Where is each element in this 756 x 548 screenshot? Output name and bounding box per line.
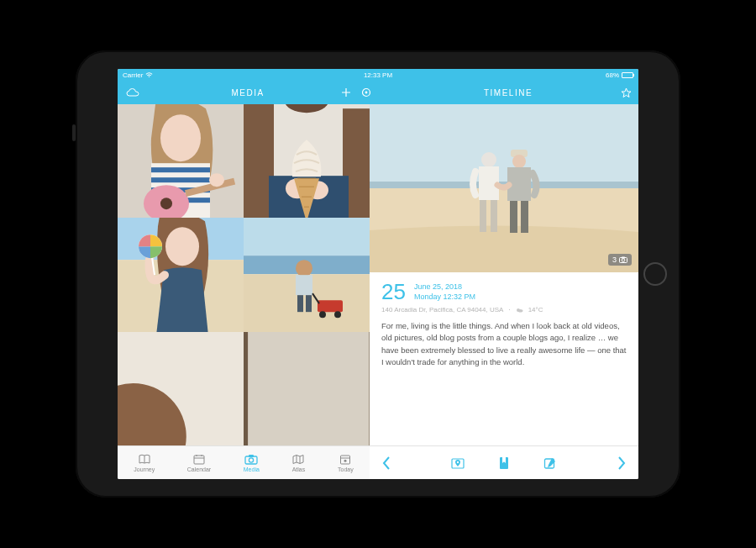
media-title: MEDIA <box>231 88 264 97</box>
map-icon <box>291 454 305 466</box>
svg-point-44 <box>481 152 496 167</box>
svg-point-34 <box>334 311 341 318</box>
svg-rect-64 <box>249 455 254 457</box>
status-bar: Carrier 12:33 PM 68% <box>118 69 638 81</box>
calendar-icon <box>192 454 206 466</box>
entry-location-line: 140 Arcadia Dr, Pacifica, CA 94044, USA … <box>370 306 638 314</box>
app-header: MEDIA TIMELINE <box>118 81 638 104</box>
tab-label: Calendar <box>187 466 211 472</box>
entry-temp: 14°C <box>528 306 543 314</box>
timeline-toolbar <box>370 446 638 479</box>
compose-button[interactable] <box>543 456 557 470</box>
media-tile[interactable] <box>244 104 370 218</box>
tab-label: Media <box>244 466 260 472</box>
tab-today[interactable]: Today <box>338 454 354 472</box>
svg-point-70 <box>344 460 347 462</box>
svg-rect-51 <box>510 201 517 233</box>
svg-rect-52 <box>521 201 528 233</box>
tab-label: Journey <box>134 466 155 472</box>
map-pin-button[interactable] <box>451 456 465 470</box>
home-button[interactable] <box>643 262 667 286</box>
svg-point-10 <box>160 198 172 209</box>
svg-rect-5 <box>151 167 210 172</box>
target-icon[interactable] <box>361 87 371 97</box>
svg-rect-31 <box>306 295 312 312</box>
svg-rect-59 <box>194 456 204 464</box>
svg-point-72 <box>457 461 459 462</box>
media-tile[interactable] <box>118 218 244 331</box>
tab-bar: Journey Calendar Media <box>118 446 370 479</box>
prev-button[interactable] <box>381 456 391 471</box>
entry-date: June 25, 2018 <box>414 282 475 292</box>
entry-location: 140 Arcadia Dr, Pacifica, CA 94044, USA <box>381 306 503 314</box>
entry-meta: 25 June 25, 2018 Monday 12:32 PM <box>370 272 638 306</box>
svg-rect-6 <box>151 177 210 182</box>
battery-pct: 68% <box>606 71 619 79</box>
device-side-switch <box>72 124 76 141</box>
svg-point-12 <box>209 173 224 187</box>
tab-label: Atlas <box>292 466 306 472</box>
tab-calendar[interactable]: Calendar <box>187 454 211 472</box>
battery-icon <box>622 72 633 78</box>
tab-atlas[interactable]: Atlas <box>291 454 305 472</box>
entry-day-number: 25 <box>381 281 406 303</box>
add-icon[interactable] <box>341 87 351 97</box>
svg-point-33 <box>319 311 326 318</box>
timeline-title: TIMELINE <box>484 88 533 97</box>
svg-rect-46 <box>480 200 486 232</box>
svg-point-57 <box>517 309 522 313</box>
main-area: 3 25 June 25, 2018 Monday 12:32 PM 140 A… <box>118 104 638 445</box>
svg-point-1 <box>365 92 368 94</box>
bookmark-button[interactable] <box>498 456 510 470</box>
svg-rect-41 <box>370 104 638 184</box>
header-left: MEDIA <box>118 81 378 104</box>
svg-rect-29 <box>296 275 312 295</box>
photo-count-badge: 3 <box>608 254 632 266</box>
svg-point-65 <box>249 458 254 462</box>
entry-body: For me, living is the little things. And… <box>370 314 638 377</box>
svg-rect-25 <box>244 218 370 256</box>
tab-journey[interactable]: Journey <box>134 454 155 472</box>
svg-point-49 <box>512 155 526 168</box>
svg-point-28 <box>296 260 312 277</box>
carrier-label: Carrier <box>123 71 143 79</box>
camera-icon <box>619 256 627 263</box>
media-tile[interactable] <box>244 218 370 331</box>
media-tile[interactable] <box>118 332 244 445</box>
media-pane[interactable] <box>118 104 370 445</box>
book-icon <box>138 454 151 466</box>
entry-photo[interactable]: 3 <box>370 104 638 272</box>
camera-icon <box>244 454 258 466</box>
svg-rect-38 <box>244 332 370 445</box>
today-icon <box>339 454 352 466</box>
weather-icon <box>516 306 523 314</box>
svg-point-3 <box>160 114 201 161</box>
svg-rect-47 <box>491 200 497 232</box>
svg-point-55 <box>622 259 625 262</box>
bottom-area: Journey Calendar Media <box>118 445 638 479</box>
entry-daytime: Monday 12:32 PM <box>414 292 475 303</box>
clock: 12:33 PM <box>364 71 392 79</box>
header-right: TIMELINE <box>378 81 638 104</box>
svg-rect-40 <box>369 332 370 445</box>
svg-rect-30 <box>297 295 303 312</box>
cloud-icon[interactable] <box>126 87 139 97</box>
next-button[interactable] <box>617 456 627 471</box>
svg-rect-32 <box>318 300 343 312</box>
photo-count-value: 3 <box>612 256 617 264</box>
tab-media[interactable]: Media <box>244 454 260 472</box>
svg-rect-39 <box>244 332 248 445</box>
screen: Carrier 12:33 PM 68% MEDIA <box>118 69 638 479</box>
timeline-pane: 3 25 June 25, 2018 Monday 12:32 PM 140 A… <box>370 104 638 445</box>
wifi-icon <box>145 72 153 78</box>
svg-point-22 <box>165 227 199 266</box>
media-tile[interactable] <box>244 332 370 445</box>
ipad-device: Carrier 12:33 PM 68% MEDIA <box>76 50 680 498</box>
tab-label: Today <box>338 466 354 472</box>
star-icon[interactable] <box>621 87 632 98</box>
media-tile[interactable] <box>118 104 244 218</box>
